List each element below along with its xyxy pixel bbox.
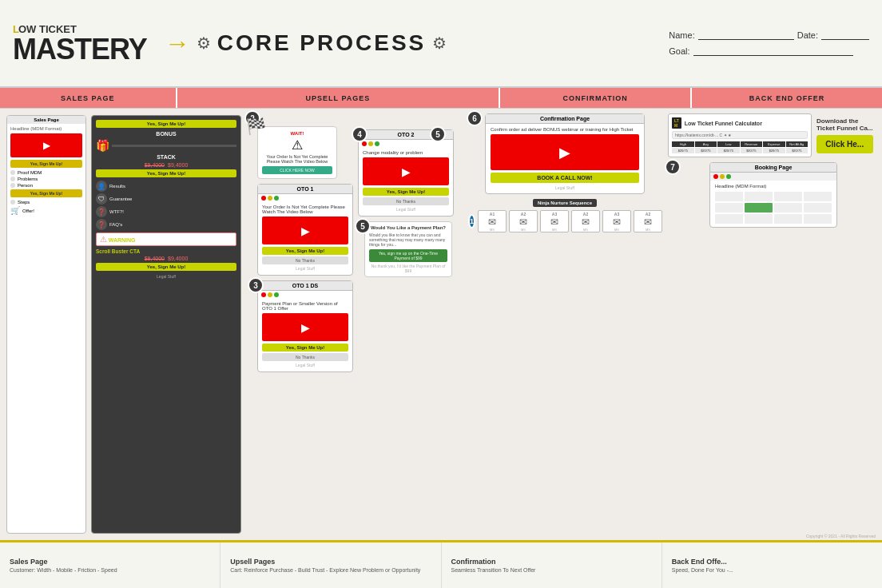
step-1-blue-badge: 1 [468,214,475,228]
oto1ds-header: OTO 1 DS [258,281,352,291]
logo-mastery: MASTERY [13,35,147,64]
bottom-sales-title: Sales Page [10,558,210,566]
oto1-no-btn[interactable]: No Thanks [262,256,348,264]
oto1ds-yes-btn[interactable]: Yes, Sign Me Up! [262,344,348,352]
sp-wtf-label: WTF?! [109,209,124,214]
oto1-yes-btn[interactable]: Yes, Sign Me Up! [262,247,348,255]
goal-field[interactable]: Goal: [669,46,869,56]
sp-steps-label: Steps [18,200,30,205]
sp-person-dot [10,183,15,188]
sp-signup-btn-1[interactable]: Yes, Sign Me Up! [10,160,82,168]
booking-grid-11 [774,214,802,224]
email-2: A2 ✉ MS [509,210,538,232]
header-arrow: → [165,30,190,56]
booking-widget: Booking Page Headline (MDM Format) [709,162,837,228]
dot-yellow-booking [720,174,725,179]
dot-red-booking [713,174,718,179]
email-5-sub: MS [614,228,619,232]
booking-grid [715,192,832,224]
sp-person: Person [10,183,82,188]
sp-proof-label: Proof MDM [18,170,42,175]
section-sales: SALES PAGE [0,88,177,108]
step-5a-badge: 5 [430,126,446,142]
booking-grid-4 [804,192,832,201]
oto1ds-widget: OTO 1 DS Payment Plan or Smaller Version… [257,280,353,372]
sp-guarantee-icon: 🛡 [96,193,107,205]
email-6-sub: MS [646,228,650,232]
sp-results-label: Results [109,184,125,189]
sp-legal: Legal Stuff [96,274,236,279]
oto2-no-btn[interactable]: No Thanks [363,197,449,205]
email-2-icon: ✉ [519,217,527,228]
calc-cell-6: Net Aft Ag [786,141,808,147]
payment-popup-title: Would You Like a Payment Plan? [369,225,447,230]
confirm-book-btn[interactable]: BOOK A CALL NOW! [491,173,639,183]
logo-text: L OW TICKET MASTERY [13,23,147,64]
sp-price-old: $9,4000 [145,162,165,168]
booking-dots [710,173,836,181]
email-3-icon: ✉ [550,217,558,228]
sp-offer-label: Offer! [22,209,34,213]
sp-results-row: 👤 Results [96,181,236,192]
wait-cta-btn[interactable]: CLICK HERE NOW [262,166,332,174]
wait-icon: ⚠ [262,137,332,153]
section-bar: SALES PAGE UPSELL PAGES CONFIRMATION BAC… [0,88,882,109]
sp-wtf-row: ❓ WTF?! [96,206,236,217]
name-label: Name: [669,30,694,40]
payment-no: No thank you, I'd like the Payment Plan … [369,264,447,273]
calc-header: LTM Low Ticket Funnel Calculator [672,117,808,129]
sales-page-small-widget: Sales Page Headline (MDM Format) ▶ Yes, … [6,115,86,534]
name-field[interactable]: Name: Date: [669,30,869,40]
backend-area: LTM Low Ticket Funnel Calculator https:/… [665,109,882,540]
oto1-video: ▶ [262,217,348,244]
click-here-btn[interactable]: Click He... [816,135,873,153]
sp-price-old-2: $8,4000 [145,256,165,261]
calc-cell-8: $20/75 [695,148,717,153]
sp-faqs-row: ❓ FAQ's [96,219,236,230]
payment-popup-desc: Would you like to know that you can and … [369,232,447,247]
email-5-icon: ✉ [613,217,621,228]
header-fields: Name: Date: Goal: [669,30,869,56]
email-2-sub: MS [521,228,526,232]
step-4-badge: 4 [352,126,368,142]
booking-grid-8 [804,203,832,213]
bottom-upsell-text: Cart: Reinforce Purchase - Build Trust -… [230,567,431,573]
wait-text: Your Order Is Not Yet Complete Please Wa… [262,154,332,164]
step-7-badge: 7 [665,159,681,175]
oto1-dots [258,194,352,202]
upsell-area: 2 WAIT! ⚠ Your Order Is Not Yet Complete… [248,109,465,540]
nurture-emails: 1 A1 ✉ MS A2 ✉ MS A3 ✉ MS A2 [468,210,662,232]
oto1-body: Your Order Is Not Yet Complete Please Wa… [258,202,352,275]
sp-proof: Proof MDM [10,170,82,175]
dot-green-oto2 [375,141,379,146]
oto2-column: 4 5 OTO 2 Change modality or problem ▶ Y… [358,129,454,535]
download-area: Download theTicket Funnel Ca... Click He… [816,113,873,157]
core-process-title: CORE PROCESS [217,30,427,56]
booking-grid-1 [715,192,743,201]
dot-green-oto1 [274,196,279,201]
step-5b-badge: 5 [355,218,371,234]
email-3: A3 ✉ MS [540,210,569,232]
payment-yes-btn[interactable]: Yes, sign me up on the One-Time Payment … [369,249,447,262]
sp-problems-label: Problems [18,177,38,181]
oto1ds-body: Payment Plan or Smaller Version of OTO 1… [258,299,352,371]
sp-signup-btn-2[interactable]: Yes, Sign Me Up! [10,189,82,197]
sp-dark-signup-1[interactable]: Yes, Sign Me Up! [96,120,236,128]
sp-dark-signup-2[interactable]: Yes, Sign Me Up! [96,169,236,177]
gear-left-icon: ⚙ [197,34,211,53]
sp-person-label: Person [18,183,33,188]
sp-widget-title: Sales Page [7,116,85,124]
sp-dark-signup-3[interactable]: Yes, Sign Me Up! [96,263,236,271]
booking-grid-3 [774,192,802,201]
dot-yellow-oto2 [368,141,373,146]
section-confirm: CONFIRMATION [500,88,692,108]
oto1ds-no-btn[interactable]: No Thanks [262,353,348,361]
booking-grid-12 [804,214,832,224]
wait-header: WAIT! [262,131,332,136]
sp-faq-icon: ❓ [96,219,107,230]
oto2-yes-btn[interactable]: Yes, Sign Me Up! [363,188,449,196]
confirmation-area: 6 Confirmation Page Confirm order ad del… [465,109,665,540]
calc-url-bar: https://katienix.com/dt-... C ✦ ★ [672,131,808,139]
calc-logo: LTM [672,117,681,129]
download-text: Download theTicket Funnel Ca... [816,117,873,132]
